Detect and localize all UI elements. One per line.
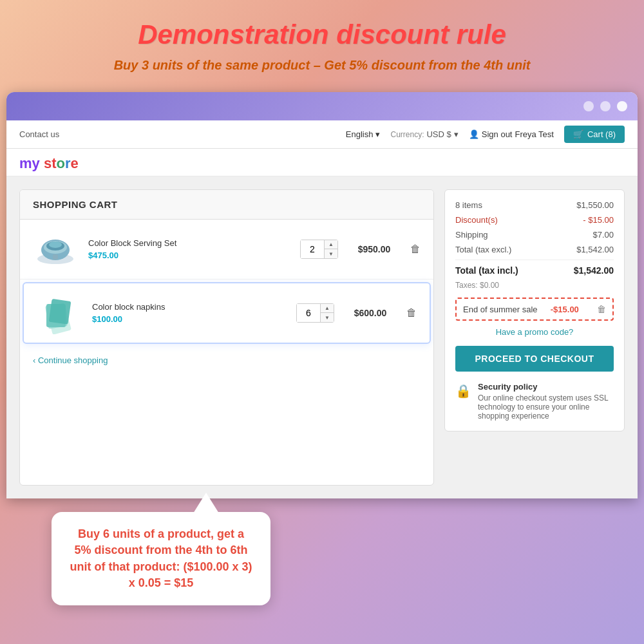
cart-icon: 🛒 xyxy=(573,129,583,139)
item-1-price: $475.00 xyxy=(88,251,290,260)
currency-selector[interactable]: Currency: USD $ ▾ xyxy=(390,129,458,139)
item-1-quantity[interactable]: ▲ ▼ xyxy=(300,240,338,259)
language-selector[interactable]: English ▾ xyxy=(346,129,381,139)
logo-ore: o xyxy=(56,155,64,171)
summary-items-row: 8 items $1,550.00 xyxy=(455,200,614,210)
cart-heading: SHOPPING CART xyxy=(20,190,433,220)
logo-r: r xyxy=(65,155,71,171)
store-logo-bar: my store xyxy=(6,149,638,176)
items-total-value: $1,550.00 xyxy=(576,200,614,210)
language-value: English xyxy=(346,129,374,139)
promo-code-area: End of summer sale -$15.00 🗑 xyxy=(455,298,614,321)
username: Freya Test xyxy=(515,129,553,139)
sign-out-button[interactable]: 👤 Sign out Freya Test xyxy=(469,129,554,139)
item-1-delete[interactable]: 🗑 xyxy=(410,243,421,255)
tooltip-callout: Buy 6 units of a product, get a 5% disco… xyxy=(52,512,270,605)
currency-label: Currency: xyxy=(390,130,424,139)
main-title: Demonstration discount rule xyxy=(13,19,631,50)
item-1-name: Color Block Serving Set xyxy=(88,238,290,248)
summary-discount-row: Discount(s) - $15.00 xyxy=(455,215,614,225)
item-1-image xyxy=(33,230,78,269)
promo-name: End of summer sale xyxy=(463,305,538,314)
browser-dot-3 xyxy=(617,101,627,111)
logo-my: my xyxy=(19,155,40,171)
contact-us-link[interactable]: Contact us xyxy=(19,129,59,139)
browser-dot-2 xyxy=(600,101,611,111)
item-2-qty-up[interactable]: ▲ xyxy=(321,304,334,313)
svg-point-4 xyxy=(49,242,62,248)
cart-label: Cart (8) xyxy=(587,129,616,139)
security-description: Our online checkout system uses SSL tech… xyxy=(478,393,614,421)
cart-section: SHOPPING CART Color Block Serving Set xyxy=(19,189,434,486)
security-icon: 🔒 xyxy=(455,383,471,399)
item-2-qty-input[interactable] xyxy=(297,304,320,322)
total-incl-value: $1,542.00 xyxy=(574,265,614,276)
shipping-label: Shipping xyxy=(455,230,488,240)
security-title: Security policy xyxy=(478,382,614,392)
subtitle: Buy 3 units of the same product – Get 5%… xyxy=(13,58,631,73)
sign-out-label: Sign out xyxy=(482,129,513,139)
item-1-qty-arrows: ▲ ▼ xyxy=(324,240,337,258)
browser-window: Contact us English ▾ Currency: USD $ ▾ 👤… xyxy=(6,92,638,498)
checkout-button[interactable]: PROCEED TO CHECKOUT xyxy=(455,346,614,372)
language-chevron: ▾ xyxy=(375,129,380,139)
serving-set-svg xyxy=(35,232,77,267)
item-1-info: Color Block Serving Set $475.00 xyxy=(88,238,290,260)
browser-dot-1 xyxy=(583,101,594,111)
item-2-qty-arrows: ▲ ▼ xyxy=(320,304,334,322)
have-promo-link[interactable]: Have a promo code? xyxy=(455,327,614,337)
total-incl-label: Total (tax incl.) xyxy=(455,265,518,276)
item-2-name: Color block napkins xyxy=(92,302,286,312)
nav-right: English ▾ Currency: USD $ ▾ 👤 Sign out F… xyxy=(346,126,625,143)
promo-delete-button[interactable]: 🗑 xyxy=(597,304,606,314)
total-excl-value: $1,542.00 xyxy=(576,245,614,254)
item-2-price: $100.00 xyxy=(92,314,286,324)
logo-st: st xyxy=(44,155,57,171)
item-1-total: $950.00 xyxy=(348,244,400,254)
discount-label: Discount(s) xyxy=(455,215,498,225)
currency-value: USD $ xyxy=(426,129,451,139)
napkins-svg xyxy=(39,292,80,334)
svg-rect-5 xyxy=(53,254,58,260)
cart-item-1: Color Block Serving Set $475.00 ▲ ▼ $950… xyxy=(20,220,433,279)
item-1-qty-up[interactable]: ▲ xyxy=(325,240,337,249)
item-2-qty-down[interactable]: ▼ xyxy=(321,313,334,322)
user-icon: 👤 xyxy=(469,129,479,139)
currency-chevron: ▾ xyxy=(454,129,459,139)
order-summary: 8 items $1,550.00 Discount(s) - $15.00 S… xyxy=(444,189,625,431)
promo-discount: -$15.00 xyxy=(551,305,579,314)
cart-button[interactable]: 🛒 Cart (8) xyxy=(564,126,625,143)
item-2-quantity[interactable]: ▲ ▼ xyxy=(296,303,334,323)
security-text-block: Security policy Our online checkout syst… xyxy=(478,382,614,421)
item-2-total: $600.00 xyxy=(345,308,396,318)
store-logo[interactable]: my store xyxy=(19,155,625,172)
item-2-delete[interactable]: 🗑 xyxy=(406,307,417,319)
summary-total-incl-row: Total (tax incl.) $1,542.00 xyxy=(455,260,614,276)
item-1-qty-down[interactable]: ▼ xyxy=(325,249,337,258)
cart-item-2: Color block napkins $100.00 ▲ ▼ $600.00 … xyxy=(23,282,431,344)
security-info: 🔒 Security policy Our online checkout sy… xyxy=(455,382,614,421)
item-2-image xyxy=(37,294,82,332)
taxes-row: Taxes: $0.00 xyxy=(455,281,614,290)
summary-shipping-row: Shipping $7.00 xyxy=(455,230,614,240)
items-count-label: 8 items xyxy=(455,200,482,210)
item-2-info: Color block napkins $100.00 xyxy=(92,302,286,324)
tooltip-text: Buy 6 units of a product, get a 5% disco… xyxy=(68,526,254,591)
discount-value: - $15.00 xyxy=(583,215,614,225)
shipping-value: $7.00 xyxy=(592,230,614,240)
logo-e: e xyxy=(71,155,79,171)
summary-total-excl-row: Total (tax excl.) $1,542.00 xyxy=(455,245,614,254)
svg-rect-9 xyxy=(48,298,71,324)
item-1-qty-input[interactable] xyxy=(301,240,324,258)
total-excl-label: Total (tax excl.) xyxy=(455,245,511,254)
store-nav: Contact us English ▾ Currency: USD $ ▾ 👤… xyxy=(6,120,638,149)
browser-bar xyxy=(6,92,638,120)
main-content: SHOPPING CART Color Block Serving Set xyxy=(6,176,638,498)
promo-header: Demonstration discount rule Buy 3 units … xyxy=(0,0,644,86)
continue-shopping-link[interactable]: Continue shopping xyxy=(20,346,433,374)
